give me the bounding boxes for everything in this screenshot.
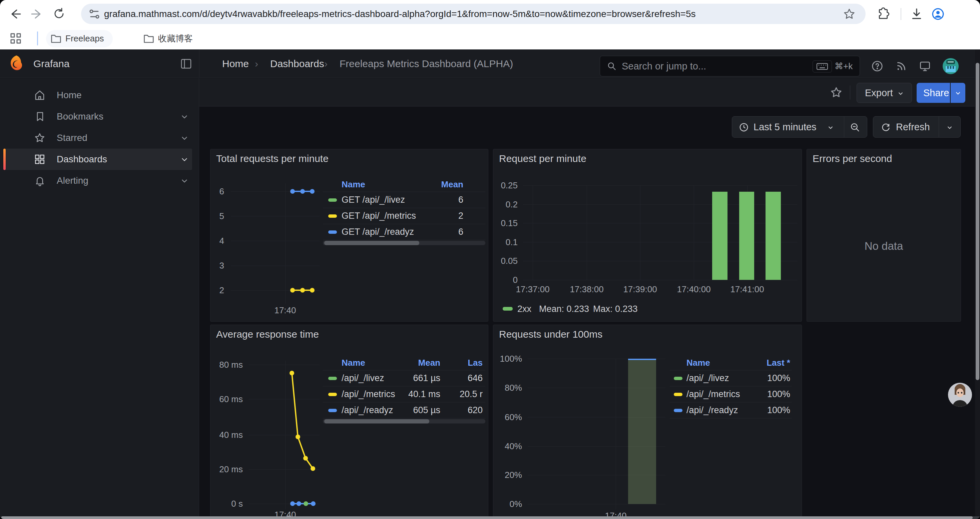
legend-header: Name Last * (670, 355, 792, 370)
legend-row[interactable]: /api/_/readyz 605 µs 620 (323, 402, 485, 418)
series-last: 100% (767, 402, 790, 418)
breadcrumb-home[interactable]: Home (222, 50, 249, 78)
sidebar-item-home[interactable]: Home (0, 85, 199, 106)
y-tick: 0.25 (494, 180, 518, 191)
series-last: 646 (468, 370, 483, 386)
bookmark-item-blogs[interactable]: 收藏博客 (158, 28, 193, 50)
panel-title[interactable]: Requests under 100ms (499, 329, 602, 340)
bookmark-star-icon[interactable] (843, 8, 855, 20)
series-swatch (674, 409, 682, 412)
reload-icon[interactable] (53, 7, 65, 20)
sidebar-item-dashboards[interactable]: Dashboards (0, 149, 199, 170)
legend-col-last[interactable]: Last * (767, 355, 790, 370)
grafana-logo[interactable] (9, 55, 24, 71)
series-name[interactable]: GET /api/_/metrics (342, 208, 416, 224)
y-tick: 0.05 (494, 256, 518, 266)
legend-row[interactable]: /api/_/metrics 100% (670, 386, 792, 402)
back-icon[interactable] (10, 8, 21, 20)
legend-col-last[interactable]: Las (468, 355, 483, 370)
panel-title[interactable]: Errors per second (813, 153, 892, 164)
legend-row[interactable]: GET /api/_/livez 6 (323, 192, 485, 208)
apps-grid-icon[interactable] (10, 33, 21, 44)
series-name[interactable]: /api/_/metrics (342, 386, 395, 402)
series-mean: 6 (458, 224, 463, 240)
series-name[interactable]: /api/_/readyz (342, 402, 393, 418)
y-tick: 0 (494, 275, 518, 285)
refresh-interval-chevron-icon[interactable] (946, 124, 953, 131)
export-button[interactable]: Export (857, 83, 912, 103)
zoom-out-icon[interactable] (850, 122, 860, 133)
sidebar-item-alerting[interactable]: Alerting (0, 170, 199, 192)
panel-errors-per-second[interactable] (807, 149, 961, 322)
no-data-message: No data (807, 240, 961, 252)
chevron-down-icon[interactable] (180, 177, 189, 185)
bell-icon (34, 175, 45, 186)
legend-scrollbar[interactable] (323, 241, 485, 245)
area-fill[interactable] (628, 360, 656, 504)
legend-row[interactable]: /api/_/metrics 40.1 ms 20.5 r (323, 386, 485, 402)
legend-col-name[interactable]: Name (342, 177, 365, 192)
time-range-group: Last 5 minutes (732, 116, 867, 137)
chevron-down-icon[interactable] (180, 155, 189, 164)
legend-col-mean[interactable]: Mean (418, 355, 440, 370)
legend-row[interactable]: GET /api/_/metrics 2 (323, 208, 485, 224)
series-swatch (328, 198, 337, 202)
news-rss-icon[interactable] (895, 60, 907, 72)
series-name[interactable]: /api/_/livez (686, 370, 729, 386)
series-name[interactable]: /api/_/readyz (686, 402, 738, 418)
browser-menu-icon[interactable] (960, 7, 973, 21)
chevron-down-icon[interactable] (180, 113, 189, 121)
time-range-label[interactable]: Last 5 minutes (754, 117, 816, 137)
favorite-star-icon[interactable] (830, 86, 843, 99)
legend-row[interactable]: /api/_/livez 661 µs 646 (323, 370, 485, 386)
chevron-down-icon[interactable] (180, 134, 189, 143)
profile-icon[interactable] (931, 7, 945, 21)
series-name[interactable]: GET /api/_/readyz (342, 224, 414, 240)
help-icon[interactable] (871, 60, 883, 72)
series-last: 620 (468, 402, 483, 418)
chevron-down-icon[interactable] (827, 124, 834, 131)
legend-series-name[interactable]: 2xx (517, 304, 531, 314)
legend-col-name[interactable]: Name (686, 355, 710, 370)
monitor-icon[interactable] (919, 60, 931, 72)
bookmark-item-freeleaps[interactable]: Freeleaps (65, 28, 104, 50)
site-settings-icon[interactable] (89, 9, 100, 19)
brand-title: Grafana (33, 50, 69, 78)
legend-row[interactable]: /api/_/readyz 100% (670, 402, 792, 418)
floating-assistant-avatar[interactable] (948, 383, 972, 407)
breadcrumb-dashboards[interactable]: Dashboards (270, 50, 324, 78)
panel-request-per-minute[interactable] (493, 149, 802, 322)
user-avatar[interactable] (943, 58, 959, 74)
horizontal-scrollbar-thumb[interactable] (2, 516, 973, 519)
extensions-icon[interactable] (877, 7, 890, 21)
bar[interactable] (712, 192, 727, 280)
panel-title[interactable]: Request per minute (499, 153, 586, 164)
download-icon[interactable] (910, 7, 923, 21)
legend-row[interactable]: /api/_/livez 100% (670, 370, 792, 386)
legend-col-mean[interactable]: Mean (441, 177, 463, 192)
sidebar-toggle-icon[interactable] (181, 59, 191, 69)
refresh-group: Refresh (873, 116, 961, 137)
refresh-icon[interactable] (881, 122, 891, 132)
y-tick: 60% (492, 412, 522, 423)
series-name[interactable]: /api/_/livez (342, 370, 384, 386)
url-text[interactable]: grafana.mathmast.com/d/deytv4rwavabkb/fr… (104, 4, 695, 24)
vertical-scrollbar-thumb[interactable] (976, 63, 979, 380)
series-swatch (328, 409, 337, 412)
legend-col-name[interactable]: Name (342, 355, 365, 370)
x-tick: 17:38:00 (563, 284, 610, 294)
breadcrumb-separator: › (255, 50, 258, 78)
sidebar-item-starred[interactable]: Starred (0, 127, 199, 149)
bar[interactable] (765, 192, 781, 280)
series-swatch (328, 393, 337, 396)
share-dropdown-button[interactable] (951, 83, 965, 103)
series-name[interactable]: /api/_/metrics (686, 386, 740, 402)
share-button[interactable]: Share (916, 83, 950, 103)
refresh-button-label[interactable]: Refresh (896, 117, 930, 137)
legend-row[interactable]: GET /api/_/readyz 6 (323, 224, 485, 240)
bar[interactable] (739, 192, 754, 280)
forward-icon[interactable] (31, 8, 43, 20)
legend-scrollbar[interactable] (323, 419, 485, 423)
sidebar-item-bookmarks[interactable]: Bookmarks (0, 106, 199, 127)
series-name[interactable]: GET /api/_/livez (342, 192, 405, 208)
